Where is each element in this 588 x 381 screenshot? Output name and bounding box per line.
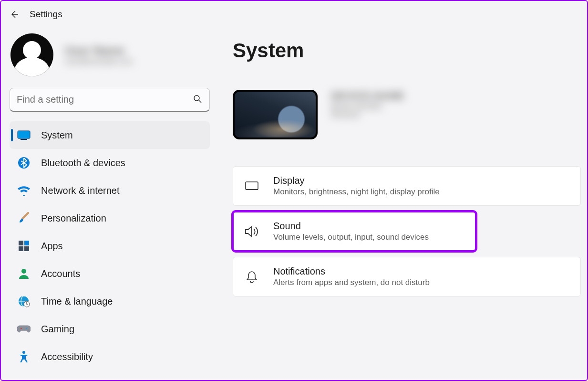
main-panel: System DEVICE-NAME Model identifier Rena…	[216, 28, 587, 380]
account-name: User Name	[65, 44, 133, 57]
tile-subtitle: Monitors, brightness, night light, displ…	[273, 187, 440, 197]
gamepad-icon	[17, 324, 31, 334]
svg-point-13	[26, 328, 27, 329]
titlebar: Settings	[1, 1, 587, 28]
bluetooth-icon	[17, 157, 31, 169]
svg-point-9	[21, 269, 26, 274]
back-button[interactable]	[10, 10, 19, 19]
sidebar-item-label: Gaming	[41, 324, 74, 335]
sidebar-item-label: Accessibility	[41, 351, 93, 362]
settings-window: Settings User Name user@example.com	[0, 0, 588, 381]
page-title: System	[233, 39, 587, 62]
tile-text: Display Monitors, brightness, night ligh…	[273, 175, 440, 197]
person-icon	[17, 268, 31, 279]
device-text: DEVICE-NAME Model identifier Rename	[331, 90, 404, 119]
wifi-icon	[17, 185, 31, 196]
sidebar-item-bluetooth[interactable]: Bluetooth & devices	[10, 149, 210, 177]
accessibility-icon	[17, 350, 31, 363]
brush-icon	[17, 212, 31, 224]
device-name: DEVICE-NAME	[331, 90, 404, 102]
tile-text: Notifications Alerts from apps and syste…	[273, 266, 430, 287]
sidebar-item-label: Bluetooth & devices	[41, 158, 125, 169]
sidebar-item-label: Accounts	[41, 268, 80, 279]
sidebar-item-gaming[interactable]: Gaming	[10, 315, 210, 343]
display-icon	[244, 180, 260, 192]
svg-point-0	[194, 95, 199, 101]
device-rename: Rename	[331, 111, 404, 119]
tile-display[interactable]: Display Monitors, brightness, night ligh…	[233, 166, 581, 206]
sidebar-item-personalization[interactable]: Personalization	[10, 204, 210, 232]
svg-rect-7	[19, 246, 23, 251]
avatar	[10, 33, 53, 76]
sound-icon	[244, 225, 260, 238]
svg-rect-3	[21, 139, 27, 140]
search-wrap	[10, 88, 210, 112]
search-icon	[193, 94, 202, 106]
tile-subtitle: Volume levels, output, input, sound devi…	[273, 233, 429, 242]
sidebar-item-accessibility[interactable]: Accessibility	[10, 343, 210, 370]
svg-rect-6	[24, 241, 29, 245]
svg-rect-1	[18, 131, 30, 138]
tile-sound[interactable]: Sound Volume levels, output, input, soun…	[233, 212, 476, 251]
tile-text: Sound Volume levels, output, input, soun…	[273, 221, 429, 242]
svg-rect-15	[246, 182, 258, 190]
settings-tiles: Display Monitors, brightness, night ligh…	[233, 166, 581, 296]
nav-list: System Bluetooth & devices Network & int…	[10, 121, 210, 370]
svg-rect-5	[19, 241, 23, 245]
svg-point-14	[22, 351, 25, 354]
sidebar-item-label: System	[41, 130, 73, 141]
sidebar-item-system[interactable]: System	[10, 121, 210, 149]
clock-globe-icon	[17, 295, 31, 307]
sidebar-item-label: Network & internet	[41, 185, 120, 196]
sidebar-item-label: Time & language	[41, 296, 113, 307]
device-model: Model identifier	[331, 102, 404, 111]
apps-icon	[17, 240, 31, 252]
desktop-wallpaper-thumb	[233, 90, 318, 139]
search-input[interactable]	[10, 88, 210, 112]
device-summary[interactable]: DEVICE-NAME Model identifier Rename	[233, 90, 587, 139]
account-email: user@example.com	[65, 57, 133, 66]
sidebar-item-time[interactable]: Time & language	[10, 287, 210, 315]
sidebar-item-label: Apps	[41, 241, 63, 252]
svg-rect-8	[24, 246, 29, 251]
sidebar-item-label: Personalization	[41, 213, 106, 224]
tile-title: Sound	[273, 221, 429, 232]
sidebar-item-network[interactable]: Network & internet	[10, 177, 210, 204]
sidebar: User Name user@example.com System	[1, 28, 216, 380]
sidebar-item-accounts[interactable]: Accounts	[10, 260, 210, 287]
account-text: User Name user@example.com	[65, 44, 133, 66]
tile-title: Notifications	[273, 266, 430, 277]
account-block[interactable]: User Name user@example.com	[10, 28, 211, 88]
monitor-icon	[17, 130, 31, 140]
bell-icon	[244, 270, 260, 284]
tile-title: Display	[273, 175, 440, 186]
sidebar-item-apps[interactable]: Apps	[10, 232, 210, 260]
tile-subtitle: Alerts from apps and system, do not dist…	[273, 278, 430, 287]
tile-notifications[interactable]: Notifications Alerts from apps and syste…	[233, 257, 581, 296]
content: User Name user@example.com System	[1, 28, 587, 380]
arrow-left-icon	[10, 10, 19, 19]
svg-point-12	[21, 328, 22, 329]
app-title: Settings	[30, 9, 62, 20]
